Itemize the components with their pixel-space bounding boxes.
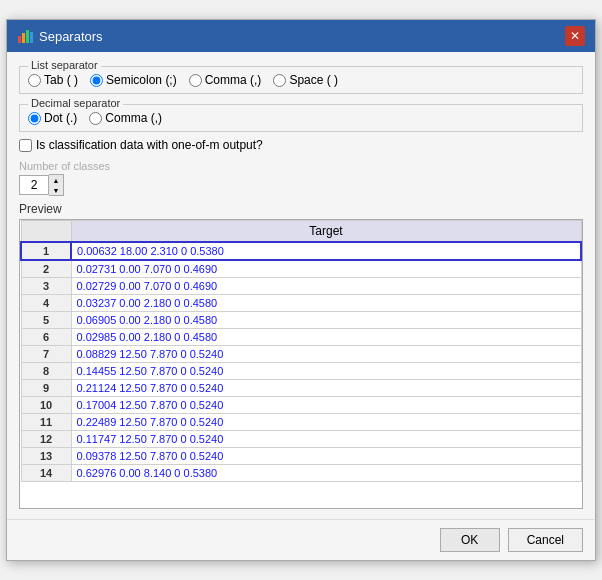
ok-button[interactable]: OK	[440, 528, 500, 552]
data-cell: 0.21124 12.50 7.870 0 0.5240	[71, 380, 581, 397]
dot-option[interactable]: Dot (.)	[28, 111, 77, 125]
dialog-title: Separators	[39, 29, 103, 44]
title-bar: Separators ✕	[7, 20, 595, 52]
data-cell: 0.17004 12.50 7.870 0 0.5240	[71, 397, 581, 414]
comma-decimal-label: Comma (,)	[105, 111, 162, 125]
decimal-separator-options: Dot (.) Comma (,)	[28, 111, 574, 125]
comma-decimal-option[interactable]: Comma (,)	[89, 111, 162, 125]
spinbox-buttons: ▲ ▼	[49, 174, 64, 196]
list-separator-group: List separator Tab ( ) Semicolon (;) Com…	[19, 66, 583, 94]
preview-section: Preview Target 10.00632 18.00 2.310 0 0.…	[19, 202, 583, 509]
number-of-classes-section: Number of classes 2 ▲ ▼	[19, 160, 583, 196]
tab-radio[interactable]	[28, 74, 41, 87]
preview-tbody: 10.00632 18.00 2.310 0 0.538020.02731 0.…	[21, 242, 581, 482]
preview-label: Preview	[19, 202, 583, 216]
data-cell: 0.11747 12.50 7.870 0 0.5240	[71, 431, 581, 448]
data-cell: 0.02731 0.00 7.070 0 0.4690	[71, 260, 581, 278]
row-number: 4	[21, 295, 71, 312]
classification-checkbox[interactable]	[19, 139, 32, 152]
data-cell: 0.03237 0.00 2.180 0 0.4580	[71, 295, 581, 312]
data-cell: 0.02729 0.00 7.070 0 0.4690	[71, 278, 581, 295]
preview-table: Target 10.00632 18.00 2.310 0 0.538020.0…	[20, 220, 582, 482]
space-radio[interactable]	[273, 74, 286, 87]
tab-label: Tab ( )	[44, 73, 78, 87]
space-option[interactable]: Space ( )	[273, 73, 338, 87]
separators-dialog: Separators ✕ List separator Tab ( ) Semi…	[6, 19, 596, 561]
space-label: Space ( )	[289, 73, 338, 87]
comma-list-option[interactable]: Comma (,)	[189, 73, 262, 87]
cancel-button[interactable]: Cancel	[508, 528, 583, 552]
number-of-classes-spinbox: 2 ▲ ▼	[19, 174, 64, 196]
row-number: 11	[21, 414, 71, 431]
row-number: 13	[21, 448, 71, 465]
table-row: 10.00632 18.00 2.310 0 0.5380	[21, 242, 581, 260]
table-row: 100.17004 12.50 7.870 0 0.5240	[21, 397, 581, 414]
row-number: 5	[21, 312, 71, 329]
number-of-classes-label: Number of classes	[19, 160, 583, 172]
dialog-content: List separator Tab ( ) Semicolon (;) Com…	[7, 52, 595, 519]
table-row: 20.02731 0.00 7.070 0 0.4690	[21, 260, 581, 278]
spinbox-up[interactable]: ▲	[49, 175, 63, 185]
table-row: 80.14455 12.50 7.870 0 0.5240	[21, 363, 581, 380]
semicolon-label: Semicolon (;)	[106, 73, 177, 87]
classes-input[interactable]: 2	[19, 175, 49, 195]
list-separator-label: List separator	[28, 59, 101, 71]
table-row: 140.62976 0.00 8.140 0 0.5380	[21, 465, 581, 482]
dot-label: Dot (.)	[44, 111, 77, 125]
data-cell: 0.06905 0.00 2.180 0 0.4580	[71, 312, 581, 329]
svg-rect-1	[22, 33, 25, 43]
comma-list-label: Comma (,)	[205, 73, 262, 87]
classification-label: Is classification data with one-of-m out…	[36, 138, 263, 152]
row-number: 6	[21, 329, 71, 346]
list-separator-options: Tab ( ) Semicolon (;) Comma (,) Space ( …	[28, 73, 574, 87]
data-cell: 0.09378 12.50 7.870 0 0.5240	[71, 448, 581, 465]
row-number: 12	[21, 431, 71, 448]
table-row: 90.21124 12.50 7.870 0 0.5240	[21, 380, 581, 397]
svg-rect-2	[26, 30, 29, 43]
row-number: 2	[21, 260, 71, 278]
classification-row: Is classification data with one-of-m out…	[19, 138, 583, 152]
preview-table-container[interactable]: Target 10.00632 18.00 2.310 0 0.538020.0…	[19, 219, 583, 509]
title-bar-left: Separators	[17, 28, 103, 44]
dot-radio[interactable]	[28, 112, 41, 125]
table-row: 110.22489 12.50 7.870 0 0.5240	[21, 414, 581, 431]
row-number: 8	[21, 363, 71, 380]
table-row: 50.06905 0.00 2.180 0 0.4580	[21, 312, 581, 329]
table-row: 70.08829 12.50 7.870 0 0.5240	[21, 346, 581, 363]
target-header: Target	[71, 221, 581, 243]
close-button[interactable]: ✕	[565, 26, 585, 46]
table-row: 30.02729 0.00 7.070 0 0.4690	[21, 278, 581, 295]
dialog-footer: OK Cancel	[7, 519, 595, 560]
comma-decimal-radio[interactable]	[89, 112, 102, 125]
table-row: 130.09378 12.50 7.870 0 0.5240	[21, 448, 581, 465]
decimal-separator-label: Decimal separator	[28, 97, 123, 109]
row-number: 9	[21, 380, 71, 397]
spinbox-down[interactable]: ▼	[49, 185, 63, 195]
row-number: 7	[21, 346, 71, 363]
row-number: 3	[21, 278, 71, 295]
data-cell: 0.08829 12.50 7.870 0 0.5240	[71, 346, 581, 363]
row-number: 1	[21, 242, 71, 260]
row-number: 10	[21, 397, 71, 414]
data-cell: 0.14455 12.50 7.870 0 0.5240	[71, 363, 581, 380]
comma-list-radio[interactable]	[189, 74, 202, 87]
row-num-header	[21, 221, 71, 243]
table-row: 120.11747 12.50 7.870 0 0.5240	[21, 431, 581, 448]
data-cell: 0.62976 0.00 8.140 0 0.5380	[71, 465, 581, 482]
row-number: 14	[21, 465, 71, 482]
data-cell: 0.22489 12.50 7.870 0 0.5240	[71, 414, 581, 431]
data-cell: 0.00632 18.00 2.310 0 0.5380	[71, 242, 581, 260]
tab-option[interactable]: Tab ( )	[28, 73, 78, 87]
data-cell: 0.02985 0.00 2.180 0 0.4580	[71, 329, 581, 346]
chart-icon	[17, 28, 33, 44]
table-row: 40.03237 0.00 2.180 0 0.4580	[21, 295, 581, 312]
table-row: 60.02985 0.00 2.180 0 0.4580	[21, 329, 581, 346]
decimal-separator-group: Decimal separator Dot (.) Comma (,)	[19, 104, 583, 132]
svg-rect-0	[18, 36, 21, 43]
svg-rect-3	[30, 32, 33, 43]
semicolon-radio[interactable]	[90, 74, 103, 87]
table-header-row: Target	[21, 221, 581, 243]
semicolon-option[interactable]: Semicolon (;)	[90, 73, 177, 87]
